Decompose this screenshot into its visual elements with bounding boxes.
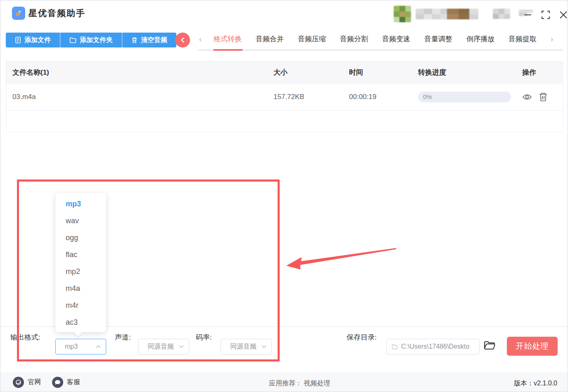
format-option-mp2[interactable]: mp2	[55, 263, 106, 280]
tab-audio-speed[interactable]: 音频变速	[382, 34, 410, 44]
channel-label: 声道:	[115, 333, 131, 342]
recommend-label: 应用推荐：	[269, 380, 302, 387]
bottom-controls: 输出格式: mp3 声道: 同源音频 码率: 同源音频 保存目录: C:\Use…	[0, 327, 568, 373]
output-format-label: 输出格式:	[10, 333, 40, 342]
preview-eye-icon[interactable]	[522, 92, 532, 102]
tab-reverse-play[interactable]: 倒序播放	[466, 34, 494, 44]
active-tab-indicator	[213, 49, 243, 51]
tab-audio-extract[interactable]: 音频提取	[509, 34, 537, 44]
col-progress: 转换进度	[412, 68, 516, 77]
app-title: 星优音频助手	[29, 7, 86, 19]
save-dir-label: 保存目录:	[347, 333, 377, 342]
close-button[interactable]	[557, 9, 568, 21]
app-window: 星优音频助手	[0, 0, 568, 392]
folder-small-icon	[392, 344, 398, 349]
add-folder-button[interactable]: 添加文件夹	[60, 33, 122, 47]
browse-folder-icon[interactable]	[484, 340, 495, 352]
tab-audio-split[interactable]: 音频分割	[340, 34, 368, 44]
save-dir-input[interactable]: C:\Users\17486\Deskto	[386, 339, 480, 354]
support-link[interactable]: 客服	[52, 377, 80, 388]
app-recommend: 应用推荐： 视频处理	[269, 379, 330, 388]
maximize-button[interactable]	[539, 9, 552, 21]
add-folder-label: 添加文件夹	[80, 36, 113, 45]
bitrate-value: 同源音频	[230, 342, 257, 351]
format-dropdown-list: mp3 wav ogg flac mp2 m4a m4r ac3	[55, 193, 106, 332]
tab-volume-adjust[interactable]: 音量调整	[424, 34, 452, 44]
progress-value: 0%	[423, 93, 432, 100]
table-header: 文件名称(1) 大小 时间 转换进度 操作	[6, 61, 563, 83]
chat-icon	[52, 377, 63, 388]
cell-size: 157.72KB	[267, 93, 343, 101]
chevron-up-icon	[96, 345, 101, 348]
progress-bar: 0%	[418, 92, 511, 102]
chevron-down-icon	[179, 345, 184, 348]
format-option-flac[interactable]: flac	[55, 246, 106, 263]
start-process-label: 开始处理	[516, 341, 549, 352]
user-avatar[interactable]	[394, 6, 411, 22]
table-row: 03.m4a 157.72KB 00:00:19 0%	[6, 83, 563, 111]
tabs-scroll-left[interactable]: ‹	[199, 35, 202, 44]
website-icon	[13, 377, 24, 388]
blurred-username	[416, 9, 478, 19]
add-file-label: 添加文件	[24, 36, 51, 45]
save-dir-path: C:\Users\17486\Deskto	[401, 343, 469, 350]
col-actions: 操作	[516, 68, 563, 77]
output-format-select[interactable]: mp3	[55, 339, 106, 354]
official-site-label: 官网	[28, 378, 41, 387]
bitrate-select[interactable]: 同源音频	[221, 339, 272, 354]
col-filename: 文件名称(1)	[6, 68, 267, 77]
tab-format-convert[interactable]: 格式转换	[214, 34, 242, 44]
tabs-scroll-right[interactable]: ›	[551, 35, 553, 44]
add-file-button[interactable]: 添加文件	[6, 33, 60, 47]
folder-icon	[69, 37, 76, 43]
blurred-badge	[493, 9, 510, 19]
channel-value: 同源音频	[147, 342, 174, 351]
footer: 官网 客服 应用推荐： 视频处理 版本：v2.1.0.0	[0, 373, 568, 392]
tab-audio-compress[interactable]: 音频压缩	[298, 34, 326, 44]
official-site-link[interactable]: 官网	[13, 377, 41, 388]
format-option-wav[interactable]: wav	[55, 213, 106, 229]
tab-track	[198, 50, 563, 51]
collapse-back-button[interactable]	[175, 33, 190, 47]
titlebar: 星优音频助手	[0, 0, 568, 26]
chevron-left-icon	[180, 37, 185, 43]
version-text: 版本：v2.1.0.0	[514, 379, 557, 388]
format-option-m4a[interactable]: m4a	[55, 280, 106, 297]
delete-file-icon[interactable]	[539, 92, 548, 102]
clear-audio-button[interactable]: 清空音频	[122, 33, 176, 47]
cell-filename: 03.m4a	[6, 93, 267, 101]
start-process-button[interactable]: 开始处理	[507, 337, 558, 356]
file-table: 文件名称(1) 大小 时间 转换进度 操作 03.m4a 157.72KB 00…	[6, 61, 563, 132]
tab-bar: 格式转换 音频合并 音频压缩 音频分割 音频变速 音量调整 倒序播放 音频提取	[214, 34, 537, 44]
bitrate-label: 码率:	[196, 333, 212, 342]
recommend-link[interactable]: 视频处理	[304, 380, 330, 387]
trash-icon	[131, 37, 138, 43]
output-format-value: mp3	[65, 343, 78, 350]
format-option-mp3[interactable]: mp3	[55, 196, 106, 213]
minimize-button[interactable]	[522, 9, 534, 21]
tab-audio-merge[interactable]: 音频合并	[256, 34, 284, 44]
file-icon	[15, 37, 21, 43]
col-size: 大小	[267, 68, 343, 77]
cell-time: 00:00:19	[343, 93, 412, 101]
chevron-down-icon	[261, 345, 266, 348]
app-logo-icon	[12, 7, 25, 20]
format-option-ogg[interactable]: ogg	[55, 229, 106, 246]
channel-select[interactable]: 同源音频	[138, 339, 189, 354]
format-option-m4r[interactable]: m4r	[55, 297, 106, 314]
file-button-group: 添加文件 添加文件夹 清空音频	[6, 33, 176, 47]
col-time: 时间	[343, 68, 412, 77]
clear-audio-label: 清空音频	[141, 36, 167, 45]
format-option-ac3[interactable]: ac3	[55, 314, 106, 331]
support-label: 客服	[67, 378, 80, 387]
